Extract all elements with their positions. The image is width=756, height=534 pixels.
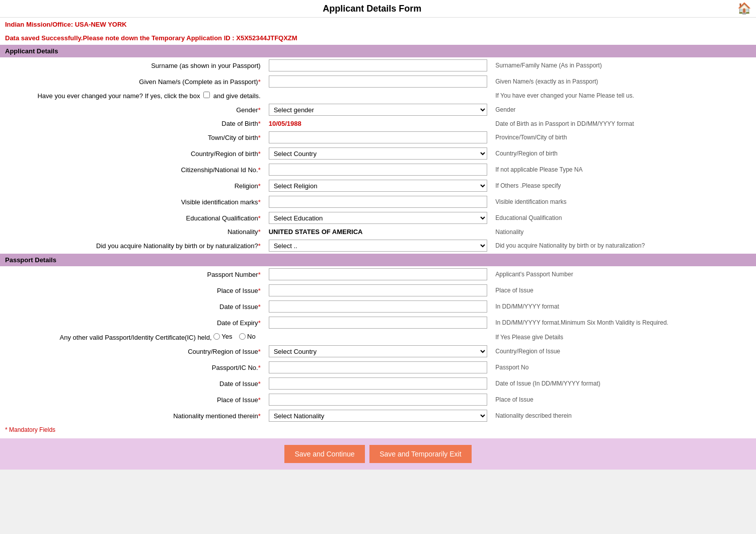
nationality-value: UNITED STATES OF AMERICA [269, 228, 363, 236]
nat-therein-select[interactable]: Select Nationality [269, 410, 488, 422]
dob-value: 10/05/1988 [269, 120, 301, 127]
passport-form-table: Passport Number* Applicant's Passport Nu… [0, 266, 756, 424]
nav-left [5, 5, 7, 12]
town-row: Town/City of birth* Province/Town/City o… [0, 129, 756, 145]
education-help: Educational Qualification [491, 210, 756, 226]
applicant-section-header: Applicant Details [0, 45, 756, 57]
save-exit-button[interactable]: Save and Temporarily Exit [369, 445, 471, 463]
dob-row: Date of Birth* 10/05/1988 Date of Birth … [0, 118, 756, 129]
place-issue-input[interactable] [269, 284, 488, 296]
passport-section-header: Passport Details [0, 254, 756, 266]
date-issue-input[interactable] [269, 300, 488, 313]
footer-area: Save and Continue Save and Temporarily E… [0, 438, 756, 470]
passport-ic-row: Passport/IC No.* Passport No [0, 359, 756, 375]
town-help: Province/Town/City of birth [491, 129, 756, 145]
app-id: X5X52344JTFQXZM [236, 34, 297, 42]
gender-help: Gender [491, 102, 756, 118]
place-issue2-row: Place of Issue* Place of Issue [0, 392, 756, 408]
other-passport-row: Any other valid Passport/Identity Certif… [0, 331, 756, 343]
nat-therein-row: Nationality mentioned therein* Select Na… [0, 408, 756, 424]
other-passport-no-radio[interactable] [239, 333, 246, 340]
education-row: Educational Qualification* Select Educat… [0, 210, 756, 226]
gender-select[interactable]: Select gender Male Female Others [269, 104, 488, 116]
given-names-input[interactable] [269, 75, 488, 88]
place-issue2-input[interactable] [269, 394, 488, 406]
surname-row: Surname (as shown in your Passport) Surn… [0, 57, 756, 73]
name-changed-checkbox[interactable] [203, 92, 210, 98]
home-icon-area[interactable]: 🏠 [737, 2, 751, 15]
passport-num-row: Passport Number* Applicant's Passport Nu… [0, 266, 756, 282]
nat-therein-help: Nationality described therein [491, 408, 756, 424]
no-radio-label: No [239, 333, 256, 340]
visible-marks-input[interactable] [269, 196, 488, 208]
name-changed-label: Have you ever changed your name? If yes,… [0, 90, 265, 102]
country-birth-select[interactable]: Select Country [269, 147, 488, 160]
citizenship-row: Citizenship/National Id No.* If not appl… [0, 162, 756, 178]
mandatory-note: * Mandatory Fields [0, 424, 756, 436]
surname-help: Surname/Family Name (As in Passport) [491, 57, 756, 73]
citizenship-input[interactable] [269, 164, 488, 176]
given-names-row: Given Name/s (Complete as in Passport)* … [0, 73, 756, 90]
mission-line: Indian Mission/Office: USA-NEW YORK [0, 18, 756, 31]
town-input[interactable] [269, 131, 488, 143]
passport-ic-input[interactable] [269, 361, 488, 373]
top-nav: Applicant Details Form 🏠 [0, 0, 756, 18]
yes-radio-label: Yes [213, 333, 232, 340]
other-passport-help: If Yes Please give Details [491, 331, 756, 343]
date-issue-help: In DD/MM/YYYY format [491, 298, 756, 315]
education-select[interactable]: Select Education [269, 212, 488, 224]
date-expiry-help: In DD/MM/YYYY format.Minimum Six Month V… [491, 315, 756, 331]
applicant-form-table: Surname (as shown in your Passport) Surn… [0, 57, 756, 254]
nationality-help: Nationality [491, 226, 756, 238]
given-names-label: Given Name/s (Complete as in Passport)* [0, 73, 265, 90]
given-names-help: Given Name/s (exactly as in Passport) [491, 73, 756, 90]
religion-row: Religion* Select Religion If Others .Ple… [0, 178, 756, 194]
success-text: Data saved Successfully.Please note down… [5, 34, 235, 42]
visible-marks-row: Visible identification marks* Visible id… [0, 194, 756, 210]
religion-help: If Others .Please specify [491, 178, 756, 194]
title-area: Applicant Details Form [323, 4, 421, 14]
place-issue-row: Place of Issue* Place of Issue [0, 282, 756, 298]
date-expiry-input[interactable] [269, 317, 488, 329]
country-birth-help: Country/Region of birth [491, 145, 756, 162]
place-issue-help: Place of Issue [491, 282, 756, 298]
other-passport-yes-radio[interactable] [213, 333, 220, 340]
country-issue-select[interactable]: Select Country [269, 345, 488, 357]
date-issue2-input[interactable] [269, 377, 488, 390]
name-changed-help: If You have ever changed your Name Pleas… [491, 90, 756, 102]
date-issue-row: Date of Issue* In DD/MM/YYYY format [0, 298, 756, 315]
religion-select[interactable]: Select Religion [269, 180, 488, 192]
nationality-row: Nationality* UNITED STATES OF AMERICA Na… [0, 226, 756, 238]
dob-help: Date of Birth as in Passport in DD/MM/YY… [491, 118, 756, 129]
surname-input[interactable] [269, 59, 488, 71]
nat-acquire-help: Did you acquire Nationality by birth or … [491, 238, 756, 254]
name-changed-row: Have you ever changed your name? If yes,… [0, 90, 756, 102]
citizenship-help: If not applicable Please Type NA [491, 162, 756, 178]
date-issue2-help: Date of Issue (In DD/MM/YYYY format) [491, 375, 756, 392]
country-birth-row: Country/Region of birth* Select Country … [0, 145, 756, 162]
nat-acquire-row: Did you acquire Nationality by birth or … [0, 238, 756, 254]
save-continue-button[interactable]: Save and Continue [284, 445, 364, 463]
date-expiry-row: Date of Expiry* In DD/MM/YYYY format.Min… [0, 315, 756, 331]
place-issue2-help: Place of Issue [491, 392, 756, 408]
country-issue-help: Country/Region of Issue [491, 343, 756, 359]
surname-label: Surname (as shown in your Passport) [0, 57, 265, 73]
passport-num-help: Applicant's Passport Number [491, 266, 756, 282]
gender-row: Gender* Select gender Male Female Others… [0, 102, 756, 118]
page-title: Applicant Details Form [323, 4, 421, 14]
nat-acquire-select[interactable]: Select .. By Birth By Naturalization [269, 240, 488, 252]
date-issue2-row: Date of Issue* Date of Issue (In DD/MM/Y… [0, 375, 756, 392]
mission-value: USA-NEW YORK [75, 21, 127, 28]
passport-ic-help: Passport No [491, 359, 756, 375]
mission-label: Indian Mission/Office: [5, 21, 73, 28]
mandatory-text: Mandatory Fields [9, 426, 55, 433]
passport-num-input[interactable] [269, 268, 488, 280]
country-issue-row: Country/Region of Issue* Select Country … [0, 343, 756, 359]
visible-marks-help: Visible identification marks [491, 194, 756, 210]
surname-input-cell [265, 57, 492, 73]
success-message: Data saved Successfully.Please note down… [0, 31, 756, 45]
